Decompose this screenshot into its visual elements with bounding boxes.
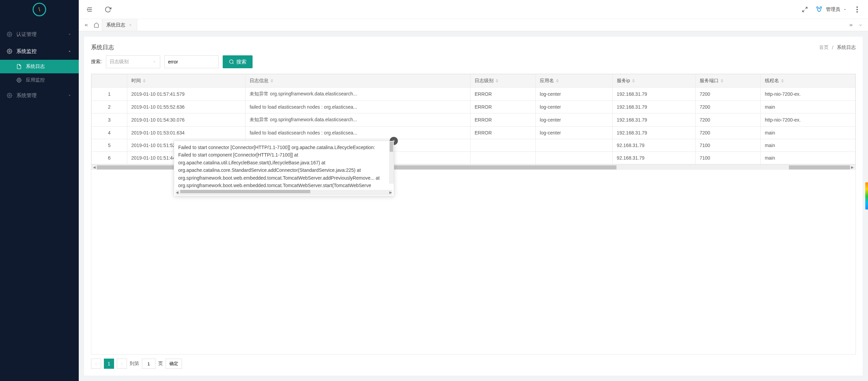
- cell-app: log-center: [536, 101, 613, 113]
- breadcrumb: 首页 / 系统日志: [819, 44, 856, 51]
- rocket-icon: [36, 6, 43, 13]
- cell-app: log-center: [536, 88, 613, 101]
- goto-input[interactable]: [142, 359, 155, 369]
- table-row[interactable]: 42019-01-10 01:53:01.634failed to load e…: [92, 127, 855, 139]
- page-next[interactable]: [117, 359, 127, 369]
- scroll-left-icon[interactable]: ◀: [175, 190, 180, 195]
- logo[interactable]: [0, 0, 79, 19]
- bull-icon: [815, 5, 823, 14]
- cell-thread: main: [760, 152, 855, 164]
- scroll-right-icon[interactable]: ▶: [388, 190, 393, 195]
- chevron-down-icon: [67, 32, 72, 37]
- tab-close[interactable]: ×: [128, 23, 133, 28]
- topbar: 管理员: [79, 0, 868, 19]
- more-button[interactable]: [853, 5, 861, 14]
- file-icon: [16, 64, 22, 69]
- tab-syslog[interactable]: 系统日志 ×: [102, 19, 137, 31]
- search-input[interactable]: [164, 55, 219, 68]
- cell-level: ERROR: [470, 101, 536, 113]
- cell-level: ERROR: [470, 127, 536, 139]
- cell-ip: 192.168.31.79: [612, 88, 695, 101]
- nav-item-auth[interactable]: 认证管理: [0, 26, 79, 43]
- cell-port: 7200: [696, 88, 761, 101]
- cell-app: [536, 139, 613, 152]
- col-thread[interactable]: 线程名: [760, 74, 855, 88]
- nav-subitem-appmonitor[interactable]: 应用监控: [0, 73, 79, 87]
- refresh-button[interactable]: [104, 5, 112, 14]
- goto-confirm[interactable]: 确定: [166, 359, 182, 369]
- search-button[interactable]: 搜索: [223, 55, 253, 68]
- nav-item-sysmanage[interactable]: 系统管理: [0, 87, 79, 104]
- select-placeholder: 日志级别: [110, 59, 129, 65]
- page-prev[interactable]: [91, 359, 101, 369]
- table-row[interactable]: 22019-01-10 01:55:52.636failed to load e…: [92, 101, 855, 113]
- page-title: 系统日志: [91, 43, 114, 51]
- target-icon: [16, 77, 22, 83]
- theme-picker[interactable]: [865, 182, 868, 210]
- col-app[interactable]: 应用名: [536, 74, 613, 88]
- scroll-left-icon[interactable]: ◀: [92, 165, 97, 170]
- svg-line-18: [233, 63, 234, 64]
- breadcrumb-home[interactable]: 首页: [819, 44, 829, 51]
- page-number[interactable]: 1: [104, 359, 114, 369]
- scroll-right-icon[interactable]: ▶: [850, 165, 855, 170]
- breadcrumb-current: 系统日志: [837, 44, 856, 51]
- sort-icon: [721, 79, 723, 83]
- nav-subitem-syslog[interactable]: 系统日志: [0, 60, 79, 73]
- chevron-down-icon: [858, 23, 863, 27]
- user-menu[interactable]: 管理员: [815, 5, 847, 14]
- cell-time: 2019-01-10 01:55:52.636: [127, 101, 245, 113]
- goto-label: 到第: [130, 361, 139, 367]
- cell-thread: http-nio-7200-ex.: [760, 113, 855, 127]
- cell-ip: 92.168.31.79: [612, 139, 695, 152]
- tooltip-h-scrollbar[interactable]: ◀ ▶: [176, 190, 392, 195]
- cell-port: 7200: [696, 127, 761, 139]
- cell-thread: http-nio-7200-ex.: [760, 88, 855, 101]
- svg-point-8: [9, 95, 10, 96]
- nav-submenu: 系统日志 应用监控: [0, 60, 79, 87]
- chevrons-right-icon: [849, 23, 853, 28]
- col-time[interactable]: 时间: [127, 74, 245, 88]
- tab-home[interactable]: [91, 19, 102, 31]
- tabs-dropdown[interactable]: [856, 19, 865, 31]
- cell-thread: main: [760, 101, 855, 113]
- cell-app: log-center: [536, 113, 613, 127]
- svg-point-15: [856, 9, 858, 10]
- nav-menu: 认证管理 系统监控 系统日志 应用监控: [0, 19, 79, 381]
- log-level-select[interactable]: 日志级别: [106, 55, 160, 68]
- cell-thread: main: [760, 139, 855, 152]
- svg-point-17: [229, 60, 233, 64]
- more-vert-icon: [856, 6, 858, 13]
- tab-label: 系统日志: [106, 22, 125, 28]
- col-port[interactable]: 服务端口: [696, 74, 761, 88]
- nav-item-monitor[interactable]: 系统监控: [0, 43, 79, 60]
- table-row[interactable]: 32019-01-10 01:54:30.076未知异常 org.springf…: [92, 113, 855, 127]
- tooltip-v-scrollbar[interactable]: [389, 141, 394, 184]
- cell-idx: 1: [92, 88, 127, 101]
- home-icon: [94, 22, 99, 28]
- cell-ip: 192.168.31.79: [612, 127, 695, 139]
- nav-label: 系统监控: [16, 48, 37, 55]
- menu-fold-icon: [86, 6, 93, 13]
- cell-level: ERROR: [470, 113, 536, 127]
- tabs-next[interactable]: [846, 19, 856, 31]
- cell-ip: 192.168.31.79: [612, 101, 695, 113]
- cell-msg: 未知异常 org.springframework.data.elasticsea…: [245, 88, 470, 101]
- col-level[interactable]: 日志级别: [470, 74, 536, 88]
- chevron-down-icon: [152, 60, 156, 64]
- tabs-prev[interactable]: [81, 19, 91, 31]
- panel: 系统日志 首页 / 系统日志 搜索: 日志级别: [84, 37, 863, 376]
- tooltip-popup: Failed to start connector [Connector[HTT…: [174, 141, 394, 196]
- col-msg[interactable]: 日志信息: [245, 74, 470, 88]
- table-row[interactable]: 12019-01-10 01:57:41.579未知异常 org.springf…: [92, 88, 855, 101]
- nav-label: 认证管理: [16, 31, 37, 38]
- nav-label: 系统管理: [16, 92, 37, 99]
- nav-sublabel: 系统日志: [26, 64, 45, 70]
- menu-toggle[interactable]: [86, 5, 94, 14]
- gear-icon: [7, 32, 12, 37]
- cell-idx: 4: [92, 127, 127, 139]
- col-ip[interactable]: 服务ip: [612, 74, 695, 88]
- sort-icon: [143, 79, 146, 83]
- fullscreen-button[interactable]: [801, 5, 809, 14]
- svg-line-13: [802, 10, 804, 12]
